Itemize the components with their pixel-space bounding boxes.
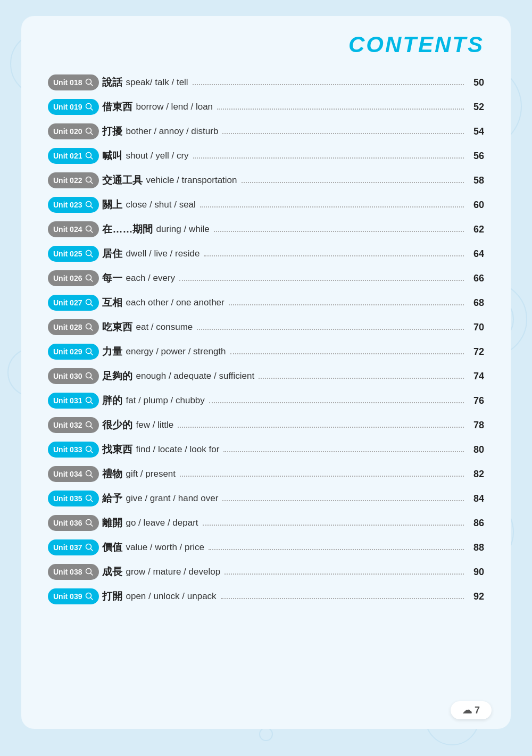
search-icon	[85, 298, 94, 307]
toc-page: 84	[468, 493, 484, 504]
toc-item[interactable]: Unit 020 打擾 bother / annoy / disturb 54	[48, 119, 484, 144]
toc-chinese: 每一	[102, 271, 122, 285]
unit-badge[interactable]: Unit 030	[48, 368, 99, 384]
toc-entry: 借東西 borrow / lend / loan 52	[102, 100, 484, 114]
unit-label: Unit 026	[53, 274, 82, 283]
toc-item[interactable]: Unit 030 足夠的 enough / adequate / suffici…	[48, 364, 484, 388]
toc-entry: 關上 close / shut / seal 60	[102, 198, 484, 212]
unit-badge[interactable]: Unit 023	[48, 197, 99, 213]
search-icon	[85, 274, 94, 283]
toc-item[interactable]: Unit 026 每一 each / every 66	[48, 266, 484, 290]
toc-item[interactable]: Unit 029 力量 energy / power / strength 72	[48, 339, 484, 364]
search-icon	[85, 127, 94, 136]
toc-item[interactable]: Unit 031 胖的 fat / plump / chubby 76	[48, 388, 484, 413]
toc-english: borrow / lend / loan	[136, 102, 213, 112]
toc-item[interactable]: Unit 025 居住 dwell / live / reside 64	[48, 242, 484, 266]
toc-english: eat / consume	[136, 322, 193, 333]
toc-item[interactable]: Unit 037 價值 value / worth / price 88	[48, 535, 484, 560]
unit-badge[interactable]: Unit 021	[48, 148, 99, 164]
unit-badge[interactable]: Unit 018	[48, 74, 99, 90]
unit-label: Unit 027	[53, 298, 82, 307]
toc-item[interactable]: Unit 028 吃東西 eat / consume 70	[48, 315, 484, 339]
unit-label: Unit 022	[53, 176, 82, 185]
search-icon	[85, 201, 94, 209]
toc-item[interactable]: Unit 032 很少的 few / little 78	[48, 413, 484, 437]
unit-badge[interactable]: Unit 033	[48, 442, 99, 458]
page-number: 7	[475, 705, 480, 716]
search-icon	[85, 543, 94, 552]
toc-page: 80	[468, 444, 484, 455]
toc-dots	[214, 227, 464, 232]
toc-card: CONTENTS Unit 018 說話 speak/ talk / tell …	[21, 16, 511, 729]
toc-dots	[230, 349, 464, 354]
toc-english: speak/ talk / tell	[126, 77, 188, 88]
unit-label: Unit 019	[53, 103, 82, 111]
unit-badge[interactable]: Unit 032	[48, 417, 99, 433]
toc-page: 88	[468, 542, 484, 553]
unit-badge[interactable]: Unit 019	[48, 99, 99, 115]
toc-list: Unit 018 說話 speak/ talk / tell 50 Unit 0…	[48, 70, 484, 609]
toc-dots	[204, 251, 464, 256]
unit-badge[interactable]: Unit 024	[48, 221, 99, 237]
toc-page: 90	[468, 567, 484, 578]
unit-badge[interactable]: Unit 039	[48, 588, 99, 604]
unit-badge[interactable]: Unit 027	[48, 295, 99, 311]
toc-item[interactable]: Unit 024 在……期間 during / while 62	[48, 217, 484, 242]
toc-page: 74	[468, 371, 484, 382]
toc-dots	[200, 202, 464, 207]
toc-item[interactable]: Unit 039 打開 open / unlock / unpack 92	[48, 584, 484, 609]
toc-page: 52	[468, 102, 484, 113]
toc-item[interactable]: Unit 033 找東西 find / locate / look for 80	[48, 437, 484, 462]
unit-badge[interactable]: Unit 031	[48, 393, 99, 409]
unit-badge[interactable]: Unit 022	[48, 172, 99, 188]
svg-line-51	[91, 476, 93, 478]
toc-item[interactable]: Unit 038 成長 grow / mature / develop 90	[48, 560, 484, 584]
svg-line-35	[91, 280, 93, 282]
toc-chinese: 借東西	[102, 100, 132, 114]
unit-label: Unit 020	[53, 127, 82, 136]
search-icon	[85, 592, 94, 601]
toc-english: dwell / live / reside	[126, 248, 200, 259]
toc-english: during / while	[156, 224, 209, 235]
svg-line-29	[91, 206, 93, 209]
toc-page: 58	[468, 175, 484, 186]
toc-english: fat / plump / chubby	[126, 395, 204, 406]
search-icon	[85, 103, 94, 111]
toc-entry: 打開 open / unlock / unpack 92	[102, 589, 484, 603]
toc-item[interactable]: Unit 035 給予 give / grant / hand over 84	[48, 486, 484, 511]
unit-badge[interactable]: Unit 029	[48, 344, 99, 360]
toc-dots	[209, 545, 464, 550]
unit-label: Unit 030	[53, 372, 82, 380]
unit-badge[interactable]: Unit 025	[48, 246, 99, 262]
toc-entry: 離開 go / leave / depart 86	[102, 516, 484, 530]
toc-item[interactable]: Unit 036 離開 go / leave / depart 86	[48, 511, 484, 535]
unit-badge[interactable]: Unit 026	[48, 270, 99, 286]
toc-entry: 互相 each other / one another 68	[102, 296, 484, 310]
unit-label: Unit 038	[53, 568, 82, 576]
toc-item[interactable]: Unit 022 交通工具 vehicle / transportation 5…	[48, 168, 484, 193]
toc-item[interactable]: Unit 027 互相 each other / one another 68	[48, 290, 484, 315]
search-icon	[85, 470, 94, 478]
toc-chinese: 關上	[102, 198, 122, 212]
unit-badge[interactable]: Unit 028	[48, 319, 99, 335]
toc-chinese: 離開	[102, 516, 122, 530]
toc-item[interactable]: Unit 018 說話 speak/ talk / tell 50	[48, 70, 484, 95]
toc-item[interactable]: Unit 023 關上 close / shut / seal 60	[48, 193, 484, 217]
unit-label: Unit 034	[53, 470, 82, 478]
unit-badge[interactable]: Unit 020	[48, 123, 99, 139]
toc-english: close / shut / seal	[126, 200, 195, 210]
unit-badge[interactable]: Unit 037	[48, 539, 99, 555]
toc-chinese: 交通工具	[102, 173, 143, 187]
unit-badge[interactable]: Unit 036	[48, 515, 99, 531]
toc-chinese: 力量	[102, 345, 122, 359]
unit-badge[interactable]: Unit 038	[48, 564, 99, 580]
unit-badge[interactable]: Unit 034	[48, 466, 99, 482]
toc-page: 78	[468, 420, 484, 431]
toc-dots	[209, 398, 464, 403]
toc-item[interactable]: Unit 021 喊叫 shout / yell / cry 56	[48, 144, 484, 168]
toc-page: 82	[468, 469, 484, 480]
toc-item[interactable]: Unit 034 禮物 gift / present 82	[48, 462, 484, 486]
unit-badge[interactable]: Unit 035	[48, 491, 99, 506]
toc-page: 56	[468, 151, 484, 162]
toc-item[interactable]: Unit 019 借東西 borrow / lend / loan 52	[48, 95, 484, 119]
